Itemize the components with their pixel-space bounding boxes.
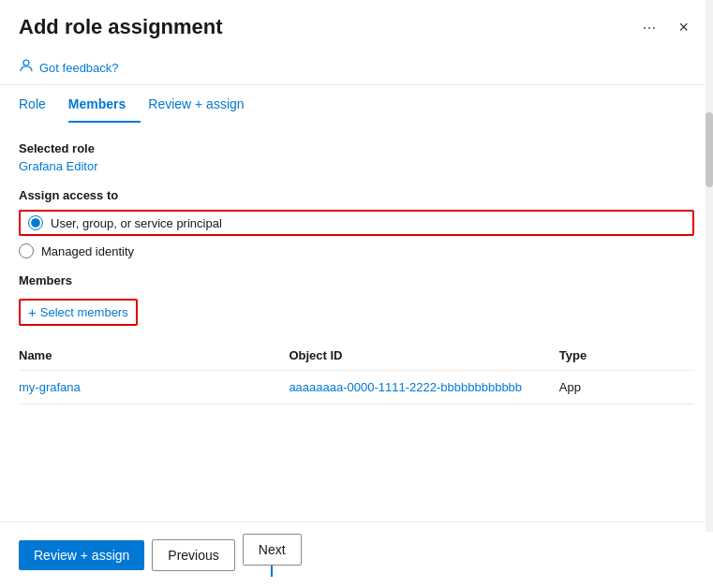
table-header-row: Name Object ID Type bbox=[19, 341, 694, 371]
plus-icon: + bbox=[28, 304, 37, 320]
select-members-button[interactable]: + Select members bbox=[19, 299, 138, 326]
members-section: Members + Select members Name Object ID … bbox=[19, 273, 694, 404]
radio-mi-label: Managed identity bbox=[41, 244, 134, 258]
feedback-icon bbox=[19, 58, 34, 77]
scrollbar-track[interactable] bbox=[706, 0, 713, 532]
col-header-objectid: Object ID bbox=[289, 341, 558, 371]
ellipsis-button[interactable]: ··· bbox=[636, 16, 661, 39]
next-button[interactable]: Next bbox=[243, 534, 302, 566]
dialog-footer: Review + assign Previous Next bbox=[0, 522, 713, 588]
tab-review-assign[interactable]: Review + assign bbox=[148, 85, 259, 123]
assign-access-label: Assign access to bbox=[19, 188, 694, 202]
radio-ugsp[interactable] bbox=[28, 215, 43, 230]
assign-access-section: Assign access to User, group, or service… bbox=[19, 188, 694, 258]
radio-mi[interactable] bbox=[19, 243, 34, 258]
table-row: my-grafana aaaaaaaa-0000-1111-2222-bbbbb… bbox=[19, 371, 694, 404]
selected-role-value: Grafana Editor bbox=[19, 159, 694, 173]
dialog-content: Role Members Review + assign Selected ro… bbox=[0, 85, 713, 522]
feedback-bar: Got feedback? bbox=[0, 51, 713, 85]
selected-role-section: Selected role Grafana Editor bbox=[19, 141, 694, 173]
cell-objectid: aaaaaaaa-0000-1111-2222-bbbbbbbbbbbb bbox=[289, 371, 558, 404]
radio-ugsp-label: User, group, or service principal bbox=[51, 216, 222, 230]
members-table: Name Object ID Type my-grafana aaaaaaaa-… bbox=[19, 341, 694, 404]
close-icon: × bbox=[678, 18, 689, 37]
previous-button[interactable]: Previous bbox=[152, 539, 234, 571]
review-assign-button[interactable]: Review + assign bbox=[19, 540, 144, 570]
close-button[interactable]: × bbox=[673, 16, 694, 39]
svg-point-0 bbox=[23, 60, 29, 66]
dialog-title: Add role assignment bbox=[19, 15, 223, 39]
cell-type: App bbox=[559, 371, 694, 404]
scrollbar-thumb bbox=[706, 112, 713, 187]
feedback-link[interactable]: Got feedback? bbox=[39, 61, 119, 75]
tab-bar: Role Members Review + assign bbox=[19, 85, 694, 123]
access-type-radio-group: User, group, or service principal Manage… bbox=[19, 210, 694, 258]
tab-role[interactable]: Role bbox=[19, 85, 61, 123]
col-header-type: Type bbox=[559, 341, 694, 371]
radio-option-mi[interactable]: Managed identity bbox=[19, 243, 694, 258]
selected-role-label: Selected role bbox=[19, 141, 694, 155]
add-role-assignment-dialog: Add role assignment ··· × Got feedback? … bbox=[0, 0, 713, 588]
col-header-name: Name bbox=[19, 341, 289, 371]
ellipsis-icon: ··· bbox=[642, 18, 656, 37]
select-members-label: Select members bbox=[40, 305, 128, 319]
members-label: Members bbox=[19, 273, 694, 287]
header-icons: ··· × bbox=[636, 16, 694, 39]
dialog-header: Add role assignment ··· × bbox=[0, 0, 713, 51]
tab-members[interactable]: Members bbox=[68, 85, 141, 123]
cell-name: my-grafana bbox=[19, 371, 289, 404]
radio-option-ugsp[interactable]: User, group, or service principal bbox=[19, 210, 694, 236]
next-active-indicator bbox=[271, 566, 273, 577]
